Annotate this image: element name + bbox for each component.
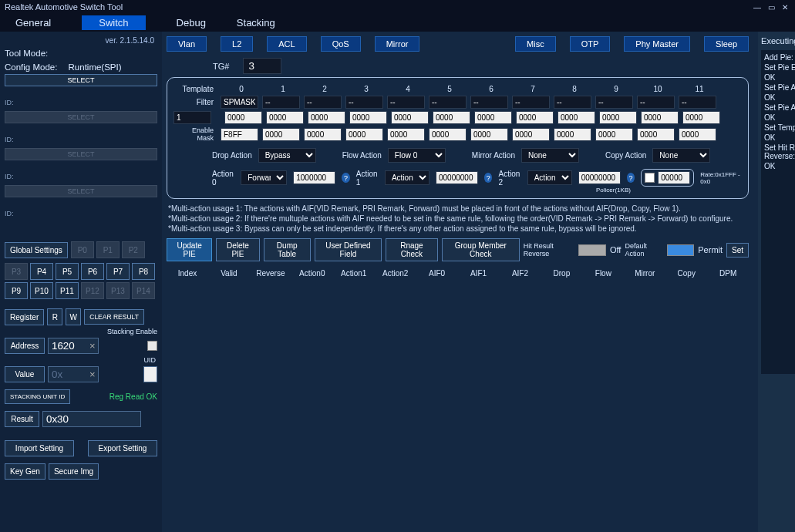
value-cell-2[interactable] [308, 111, 345, 124]
clear-address-icon[interactable]: × [89, 340, 96, 352]
menu-stacking[interactable]: Stacking [237, 17, 275, 29]
mask-cell-0[interactable] [221, 128, 258, 141]
secure-img-button[interactable]: Secure Img [49, 463, 99, 480]
value-cell-0[interactable] [224, 111, 262, 124]
drop-action-select[interactable]: Bypass [258, 148, 316, 163]
action2-value[interactable] [578, 171, 621, 184]
filter-cell-10[interactable] [637, 96, 675, 109]
tab-misc[interactable]: Misc [515, 36, 556, 52]
w-button[interactable]: W [66, 308, 81, 325]
value-cell-6[interactable] [474, 111, 512, 124]
mask-cell-5[interactable] [429, 128, 467, 141]
action2-select[interactable]: Action [527, 170, 572, 185]
filter-cell-6[interactable] [470, 96, 508, 109]
action1-select[interactable]: Action [385, 170, 430, 185]
mask-cell-9[interactable] [595, 128, 633, 141]
stacking-unitid-button[interactable]: STACKING UNIT ID [5, 389, 70, 404]
help-icon-0[interactable]: ? [342, 173, 350, 183]
set-button[interactable]: Set [726, 243, 749, 258]
maximize-icon[interactable]: ▭ [766, 2, 776, 12]
address-button[interactable]: Address [5, 338, 45, 354]
register-button[interactable]: Register [5, 309, 44, 325]
clear-value-icon[interactable]: × [89, 369, 96, 380]
tab-qos[interactable]: QoS [321, 36, 361, 52]
export-setting-button[interactable]: Export Setting [88, 440, 157, 456]
filter-cell-7[interactable] [512, 96, 550, 109]
mask-cell-7[interactable] [512, 128, 550, 141]
port-p4[interactable]: P4 [30, 263, 53, 280]
mask-cell-10[interactable] [637, 128, 675, 141]
dump-table-button[interactable]: Dump Table [264, 238, 311, 261]
mask-cell-8[interactable] [554, 128, 591, 141]
filter-cell-3[interactable] [345, 96, 383, 109]
filter-cell-0[interactable] [221, 96, 258, 109]
value-cell-4[interactable] [391, 111, 429, 124]
port-p9[interactable]: P9 [5, 282, 28, 299]
action0-select[interactable]: Forward [241, 170, 287, 185]
tab-sleep[interactable]: Sleep [704, 36, 749, 52]
row1-first[interactable] [173, 111, 211, 124]
stacking-enable-checkbox[interactable] [147, 341, 157, 351]
select-button-1[interactable]: SELECT [5, 74, 157, 86]
menu-general[interactable]: General [15, 17, 51, 29]
group-member-check-button[interactable]: Group Member Check [442, 238, 520, 261]
port-p5[interactable]: P5 [56, 263, 79, 280]
mask-cell-2[interactable] [304, 128, 342, 141]
value-cell-8[interactable] [558, 111, 595, 124]
value-cell-10[interactable] [641, 111, 679, 124]
value-cell-1[interactable] [266, 111, 304, 124]
clear-result-button[interactable]: CLEAR RESULT [84, 309, 144, 325]
result-button[interactable]: Result [5, 411, 39, 427]
tab-mirror[interactable]: Mirror [375, 36, 420, 52]
value-cell-11[interactable] [682, 111, 720, 124]
menu-switch[interactable]: Switch [82, 15, 145, 30]
tab-otp[interactable]: OTP [570, 36, 611, 52]
copy-action-select[interactable]: None [652, 148, 710, 163]
action0-value[interactable] [293, 171, 335, 184]
minimize-icon[interactable]: — [752, 2, 763, 12]
filter-cell-9[interactable] [595, 96, 633, 109]
tab-vlan[interactable]: Vlan [167, 36, 207, 52]
value-cell-9[interactable] [599, 111, 637, 124]
tab-phy[interactable]: Phy Master [624, 36, 690, 52]
udf-button[interactable]: User Defined Field [315, 238, 382, 261]
value-cell-5[interactable] [433, 111, 470, 124]
flow-action-select[interactable]: Flow 0 [388, 148, 446, 163]
policer-value[interactable] [658, 171, 690, 184]
close-icon[interactable]: ✕ [780, 2, 790, 12]
filter-cell-8[interactable] [554, 96, 591, 109]
help-icon-1[interactable]: ? [484, 173, 493, 183]
mask-cell-3[interactable] [345, 128, 383, 141]
mirror-action-select[interactable]: None [521, 148, 579, 163]
mask-cell-6[interactable] [470, 128, 508, 141]
uid-input[interactable] [143, 366, 157, 382]
port-p8[interactable]: P8 [132, 263, 155, 280]
mask-cell-1[interactable] [262, 128, 300, 141]
tg-input[interactable] [243, 58, 281, 74]
result-input[interactable] [42, 411, 141, 427]
filter-cell-4[interactable] [387, 96, 425, 109]
port-p10[interactable]: P10 [30, 282, 53, 299]
range-check-button[interactable]: Rnage Check [386, 238, 438, 261]
menu-debug[interactable]: Debug [177, 17, 206, 29]
port-p11[interactable]: P11 [56, 282, 79, 299]
filter-cell-11[interactable] [679, 96, 716, 109]
port-p7[interactable]: P7 [106, 263, 130, 280]
delete-pie-button[interactable]: Delete PIE [216, 238, 259, 261]
tab-l2[interactable]: L2 [221, 36, 253, 52]
import-setting-button[interactable]: Import Setting [5, 440, 74, 456]
global-settings-button[interactable]: Global Settings [5, 242, 68, 258]
port-p6[interactable]: P6 [81, 263, 104, 280]
help-icon-2[interactable]: ? [627, 173, 635, 183]
default-action-toggle[interactable] [667, 244, 695, 256]
value-cell-3[interactable] [349, 111, 387, 124]
hit-reverse-toggle[interactable] [578, 244, 606, 256]
filter-cell-2[interactable] [304, 96, 342, 109]
mask-cell-11[interactable] [679, 128, 716, 141]
filter-cell-5[interactable] [429, 96, 467, 109]
tab-acl[interactable]: ACL [267, 36, 306, 52]
filter-cell-1[interactable] [262, 96, 300, 109]
policer-checkbox[interactable] [645, 173, 655, 183]
value-button[interactable]: Value [5, 366, 45, 382]
keygen-button[interactable]: Key Gen [5, 463, 45, 480]
